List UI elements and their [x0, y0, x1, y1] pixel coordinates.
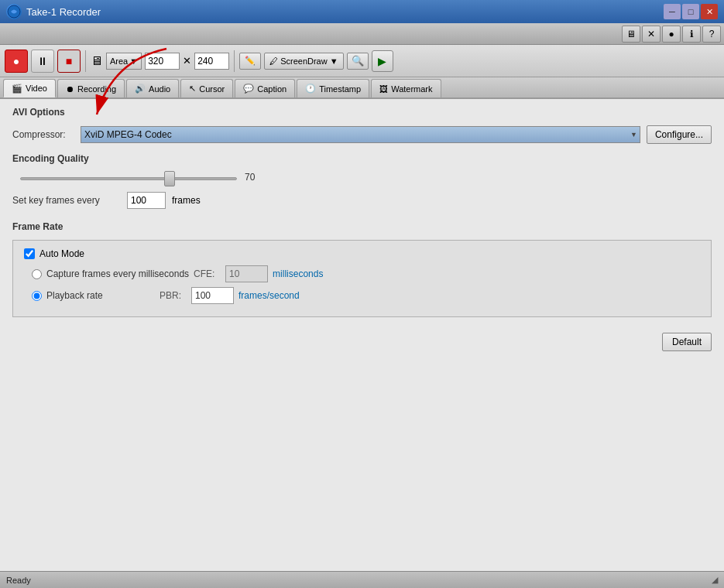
compressor-label: Compressor:	[12, 129, 74, 140]
stop-icon: ■	[66, 55, 72, 67]
keyframes-label: Set key frames every	[12, 195, 121, 206]
compressor-row: Compressor: XviD MPEG-4 Codec Configure.…	[12, 125, 712, 144]
window-controls: ─ □ ✕	[664, 4, 718, 19]
area-label: Area	[110, 56, 128, 66]
tab-recording[interactable]: ⏺ Recording	[57, 79, 125, 97]
tab-cursor-label: Cursor	[199, 84, 225, 94]
bottom-row: Default	[12, 333, 712, 351]
cfe-label: CFE:	[194, 268, 221, 279]
auto-mode-checkbox[interactable]	[24, 248, 35, 259]
pen-icon: ✏️	[245, 56, 256, 66]
resize-handle[interactable]: ◢	[712, 575, 718, 585]
close-button[interactable]: ✕	[701, 4, 718, 19]
tab-video-icon: 🎬	[12, 84, 22, 94]
stop-button[interactable]: ■	[57, 50, 81, 73]
screendraw-label: ScreenDraw	[280, 56, 328, 66]
capture-frames-row: Capture frames every milliseconds CFE: m…	[24, 265, 700, 282]
default-button[interactable]: Default	[662, 333, 712, 351]
tabs-bar: 🎬 Video ⏺ Recording 🔊 Audio ↖ Cursor 💬 C…	[0, 77, 724, 99]
quality-value: 70	[245, 172, 264, 183]
screendraw-button[interactable]: 🖊 ScreenDraw ▼	[264, 53, 343, 70]
compressor-select[interactable]: XviD MPEG-4 Codec	[81, 126, 640, 143]
frame-rate-title: Frame Rate	[12, 221, 712, 232]
capture-frames-radio[interactable]	[32, 269, 42, 279]
tab-audio-label: Audio	[149, 84, 170, 94]
compressor-wrapper: XviD MPEG-4 Codec	[81, 126, 640, 143]
close-icon-btn[interactable]: ✕	[642, 26, 661, 43]
quality-slider-row: 70	[20, 172, 712, 183]
configure-button[interactable]: Configure...	[647, 125, 712, 144]
avi-options-title: AVI Options	[12, 107, 712, 118]
playback-rate-label: Playback rate	[46, 290, 155, 301]
screendraw-dropdown-icon: ▼	[330, 56, 338, 66]
width-input[interactable]: 320	[145, 53, 180, 70]
main-toolbar: ● ⏸ ■ 🖥 Area ▼ 320 ✕ 240 ✏️ 🖊 ScreenDraw…	[0, 45, 724, 77]
top-right-bar: 🖥 ✕ ● ℹ ?	[0, 23, 724, 45]
pen-tool-button[interactable]: ✏️	[239, 53, 261, 70]
maximize-button[interactable]: □	[682, 4, 699, 19]
encoding-quality-section: Encoding Quality 70	[12, 153, 712, 183]
capture-frames-label: Capture frames every milliseconds	[46, 268, 189, 279]
encoding-quality-label: Encoding Quality	[12, 153, 712, 164]
monitor-icon: 🖥	[91, 54, 103, 68]
zoom-button[interactable]: 🔍	[347, 53, 369, 70]
tab-cursor[interactable]: ↖ Cursor	[180, 79, 233, 97]
tab-timestamp-label: Timestamp	[319, 84, 361, 94]
pause-button[interactable]: ⏸	[31, 50, 54, 73]
content-area: AVI Options Compressor: XviD MPEG-4 Code…	[0, 99, 724, 588]
main-window: Take-1 Recorder ─ □ ✕ 🖥 ✕ ● ℹ ? ● ⏸ ■ 🖥 …	[0, 0, 724, 588]
tab-caption-label: Caption	[257, 84, 287, 94]
pbr-label: PBR:	[160, 290, 187, 301]
tab-watermark-icon: 🖼	[379, 84, 388, 94]
cfe-input[interactable]	[225, 265, 268, 282]
playback-rate-radio[interactable]	[32, 291, 42, 301]
pause-icon: ⏸	[37, 55, 48, 67]
area-dropdown-icon: ▼	[129, 56, 138, 66]
keyframes-row: Set key frames every frames	[12, 192, 712, 209]
playback-rate-row: Playback rate PBR: frames/second	[24, 287, 700, 304]
zoom-icon: 🔍	[352, 55, 364, 67]
keyframes-unit: frames	[172, 195, 201, 206]
tab-audio-icon: 🔊	[135, 84, 146, 94]
window-title: Take-1 Recorder	[26, 6, 101, 18]
area-dropdown[interactable]: Area ▼	[106, 53, 142, 70]
cfe-unit: milliseconds	[273, 268, 323, 279]
height-input[interactable]: 240	[194, 53, 229, 70]
title-bar-left: Take-1 Recorder	[6, 4, 101, 19]
tab-recording-icon: ⏺	[66, 84, 74, 94]
tab-video-label: Video	[26, 84, 47, 93]
play-button[interactable]: ▶	[372, 50, 393, 72]
dimension-separator: ✕	[183, 55, 191, 67]
tab-video[interactable]: 🎬 Video	[3, 79, 56, 97]
minimize-button[interactable]: ─	[664, 4, 681, 19]
status-bar: Ready ◢	[0, 571, 724, 588]
pbr-input[interactable]	[191, 287, 234, 304]
status-text: Ready	[6, 576, 31, 585]
save-icon-btn[interactable]: 🖥	[622, 26, 640, 43]
tab-recording-label: Recording	[77, 84, 116, 94]
record-icon-btn[interactable]: ●	[662, 26, 681, 43]
record-button[interactable]: ●	[5, 50, 28, 73]
info-icon-btn[interactable]: ℹ	[682, 26, 701, 43]
quality-slider-container	[20, 172, 237, 183]
tab-watermark-label: Watermark	[391, 84, 432, 94]
tab-watermark[interactable]: 🖼 Watermark	[371, 79, 441, 97]
tab-timestamp-icon: 🕐	[305, 84, 316, 94]
tab-audio[interactable]: 🔊 Audio	[126, 79, 179, 97]
tab-caption-icon: 💬	[243, 84, 254, 94]
pbr-unit: frames/second	[238, 290, 300, 301]
keyframes-input[interactable]	[127, 192, 166, 209]
quality-slider[interactable]	[20, 177, 237, 180]
auto-mode-label: Auto Mode	[39, 248, 84, 259]
tab-timestamp[interactable]: 🕐 Timestamp	[297, 79, 369, 97]
app-icon	[6, 4, 22, 19]
toolbar-sep-1	[85, 50, 86, 72]
record-icon: ●	[13, 55, 19, 67]
screendraw-icon: 🖊	[269, 56, 278, 66]
help-icon-btn[interactable]: ?	[702, 26, 721, 43]
tab-caption[interactable]: 💬 Caption	[235, 79, 295, 97]
toolbar-sep-2	[234, 50, 235, 72]
auto-mode-row: Auto Mode	[24, 248, 700, 259]
title-bar: Take-1 Recorder ─ □ ✕	[0, 0, 724, 23]
play-icon: ▶	[378, 55, 386, 67]
